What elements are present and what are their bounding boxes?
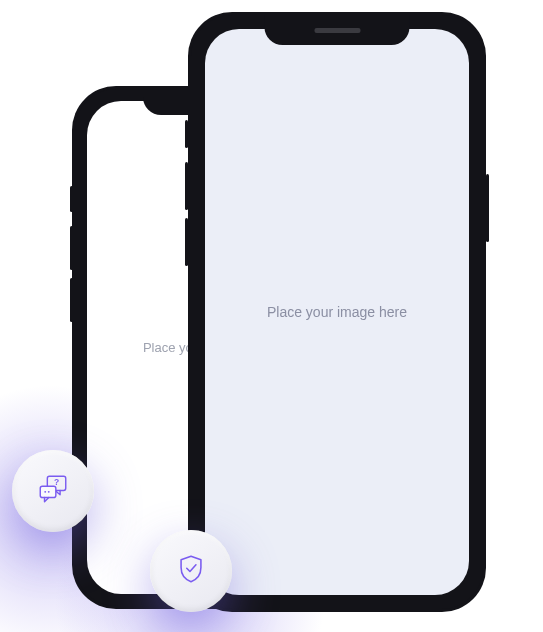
- phone-button: [70, 226, 73, 270]
- phone-button: [486, 174, 489, 242]
- phone-button: [185, 218, 188, 266]
- phone-button: [70, 278, 73, 322]
- shield-badge: [150, 530, 232, 612]
- svg-point-3: [44, 491, 46, 493]
- shield-check-icon: [174, 552, 208, 590]
- phone-button: [185, 120, 188, 148]
- phone-bezel: Place your image here: [191, 15, 483, 609]
- speaker-icon: [314, 28, 360, 33]
- phone-mockup-front: Place your image here: [188, 12, 486, 612]
- phone-screen: Place your image here: [205, 29, 469, 595]
- placeholder-text: Place your image here: [267, 304, 407, 320]
- chat-question-icon: ?: [36, 472, 70, 510]
- phone-button: [185, 162, 188, 210]
- svg-point-4: [48, 491, 50, 493]
- chat-badge: ?: [12, 450, 94, 532]
- phone-notch: [265, 15, 410, 45]
- phone-button: [70, 186, 73, 212]
